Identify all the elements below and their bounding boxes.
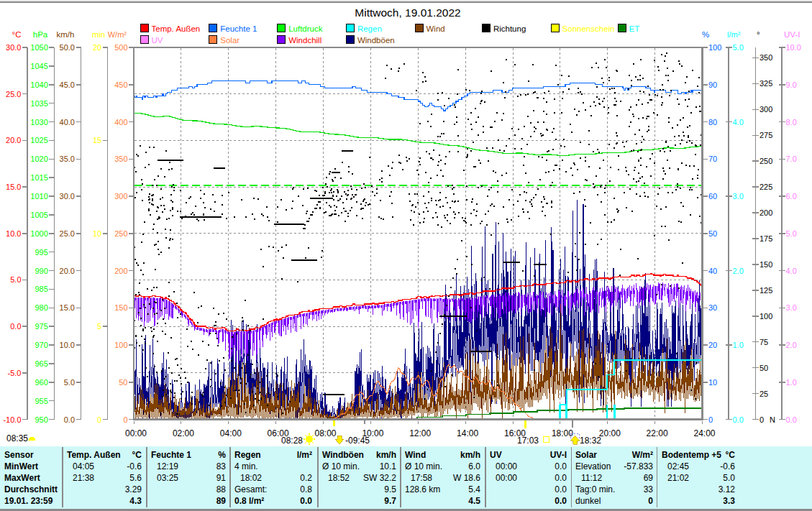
svg-text:UV: UV (490, 450, 502, 460)
svg-text:08:28: 08:28 (281, 436, 303, 446)
svg-text:15.0: 15.0 (60, 303, 75, 312)
svg-text:Bodentemp +5: Bodentemp +5 (662, 450, 721, 460)
svg-text:°C: °C (132, 450, 142, 460)
svg-text:6.0: 6.0 (786, 192, 797, 201)
svg-text:200: 200 (759, 208, 772, 217)
svg-text:21:38: 21:38 (73, 473, 94, 483)
svg-text:00:00: 00:00 (496, 461, 517, 471)
svg-text:0: 0 (759, 415, 764, 424)
svg-text:MaxWert: MaxWert (4, 473, 40, 483)
svg-text:Sonnenschein: Sonnenschein (562, 24, 615, 33)
svg-text:km/h: km/h (460, 450, 480, 460)
svg-text:2.0: 2.0 (733, 267, 744, 275)
svg-text:500: 500 (114, 43, 127, 52)
svg-text:970: 970 (35, 341, 47, 349)
svg-text:Temp. Außen: Temp. Außen (152, 24, 201, 33)
svg-text:15.0: 15.0 (6, 183, 21, 191)
svg-text:1040: 1040 (30, 80, 47, 89)
svg-text:0.8 l/m²: 0.8 l/m² (234, 496, 264, 506)
svg-text:5.0: 5.0 (786, 229, 797, 238)
svg-text:0.0: 0.0 (733, 415, 744, 424)
svg-text:1015: 1015 (30, 173, 47, 182)
svg-text:69: 69 (644, 473, 654, 483)
svg-text:02:45: 02:45 (667, 461, 689, 471)
svg-text:SW 32.2: SW 32.2 (363, 473, 396, 483)
svg-text:1045: 1045 (30, 62, 47, 70)
svg-text:70: 70 (708, 155, 717, 163)
svg-text:0.0: 0.0 (786, 415, 797, 424)
svg-text:125: 125 (759, 286, 772, 295)
svg-text:88: 88 (216, 484, 227, 494)
svg-text:1005: 1005 (30, 211, 47, 219)
svg-text:3.12: 3.12 (719, 484, 736, 494)
svg-text:9.0: 9.0 (786, 80, 797, 89)
svg-text:Solar: Solar (575, 450, 597, 460)
svg-text:-57.833: -57.833 (624, 461, 653, 471)
svg-text:350: 350 (114, 155, 127, 163)
svg-text:00:00: 00:00 (125, 428, 147, 438)
svg-text:0.0: 0.0 (555, 473, 567, 483)
svg-text:-0.6: -0.6 (720, 461, 735, 471)
svg-text:UV-I: UV-I (784, 30, 800, 39)
svg-text:200: 200 (114, 267, 127, 275)
svg-text:0.0: 0.0 (300, 496, 312, 506)
svg-text:400: 400 (114, 118, 127, 126)
svg-text:50: 50 (708, 229, 717, 238)
svg-text:1035: 1035 (30, 99, 47, 108)
svg-text:15: 15 (93, 136, 101, 144)
svg-text:9.7: 9.7 (384, 496, 396, 506)
svg-text:350: 350 (759, 53, 772, 62)
svg-text:450: 450 (114, 80, 127, 89)
svg-text:N: N (770, 415, 775, 424)
svg-text:min: min (92, 30, 106, 39)
svg-text:5.0: 5.0 (733, 43, 744, 52)
svg-text:3.0: 3.0 (733, 192, 744, 201)
svg-text:ET: ET (629, 24, 640, 33)
svg-text:0: 0 (708, 415, 713, 424)
svg-text:40: 40 (708, 267, 717, 275)
svg-text:Wind: Wind (426, 24, 445, 33)
svg-text:10.0: 10.0 (786, 43, 801, 52)
svg-text:17:03: 17:03 (517, 436, 539, 446)
svg-text:980: 980 (35, 303, 47, 312)
svg-text:0.2: 0.2 (300, 473, 312, 483)
svg-text:100: 100 (759, 312, 772, 321)
svg-text:l/m²: l/m² (727, 30, 741, 39)
svg-text:0.0: 0.0 (64, 415, 75, 424)
svg-text:Windchill: Windchill (288, 36, 321, 45)
svg-text:175: 175 (759, 234, 772, 243)
svg-text:60: 60 (708, 192, 717, 201)
svg-text:03:25: 03:25 (157, 473, 178, 483)
svg-text:20: 20 (708, 341, 717, 349)
svg-text:Durchschnitt: Durchschnitt (4, 484, 58, 494)
svg-text:19.01. 23:59: 19.01. 23:59 (4, 496, 53, 506)
svg-text:4.0: 4.0 (733, 118, 744, 126)
svg-text:UV: UV (152, 36, 163, 45)
svg-text:18:02: 18:02 (240, 473, 262, 483)
svg-text:1010: 1010 (30, 192, 47, 201)
svg-text:02:00: 02:00 (173, 428, 194, 438)
svg-text:-0.6: -0.6 (127, 461, 142, 471)
svg-text:985: 985 (35, 285, 47, 293)
svg-text:1.0: 1.0 (786, 378, 797, 387)
svg-text:960: 960 (35, 378, 47, 387)
svg-text:250: 250 (114, 229, 127, 238)
svg-text:-10.0: -10.0 (3, 415, 21, 424)
svg-text:1025: 1025 (30, 136, 47, 144)
svg-text:3.0: 3.0 (786, 303, 797, 312)
svg-text:25.0: 25.0 (60, 229, 75, 238)
svg-text:6.0: 6.0 (468, 461, 480, 471)
svg-text:Feuchte 1: Feuchte 1 (220, 24, 257, 33)
svg-text:08:00: 08:00 (314, 428, 336, 438)
svg-text:4.5: 4.5 (468, 496, 480, 506)
svg-text:Richtung: Richtung (493, 24, 526, 33)
svg-text:20: 20 (93, 43, 101, 52)
svg-text:5.6: 5.6 (129, 473, 142, 483)
svg-text:W/m²: W/m² (108, 30, 127, 39)
svg-text:18:32: 18:32 (580, 436, 601, 446)
svg-text:-09:45: -09:45 (345, 436, 370, 446)
svg-text:0.0: 0.0 (10, 322, 21, 331)
svg-text:11:12: 11:12 (581, 473, 602, 483)
svg-text:°C: °C (726, 450, 736, 460)
svg-text:W 18.6: W 18.6 (453, 473, 480, 483)
